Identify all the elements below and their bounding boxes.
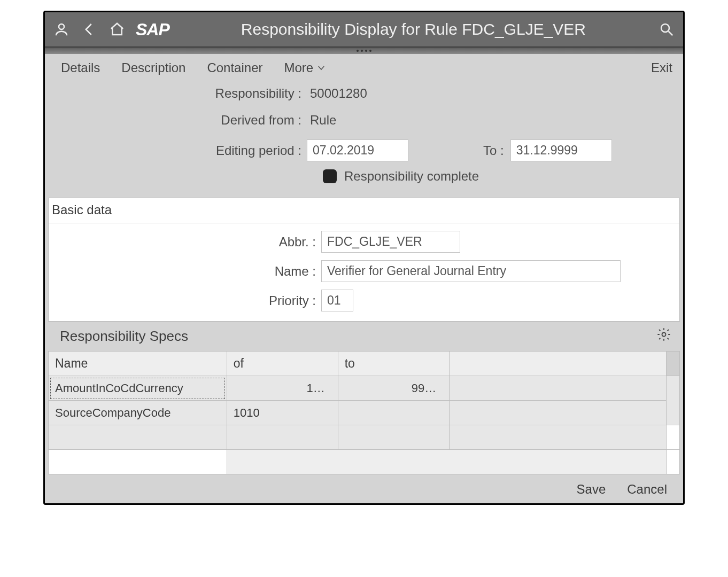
menu-container[interactable]: Container xyxy=(207,60,262,75)
derived-from-label: Derived from : xyxy=(56,113,307,128)
col-to[interactable]: to xyxy=(338,352,450,376)
specs-table: Name of to AmountInCoCdCurrency 1… 99… S… xyxy=(48,351,680,474)
menubar: Details Description Container More Exit xyxy=(45,54,683,81)
cell-of[interactable]: 1… xyxy=(227,376,338,401)
responsibility-complete-label: Responsibility complete xyxy=(344,169,479,184)
svg-point-1 xyxy=(661,24,669,32)
app-window: SAP Responsibility Display for Rule FDC_… xyxy=(43,11,685,505)
save-button[interactable]: Save xyxy=(577,482,606,497)
menu-more-label: More xyxy=(284,60,313,75)
menu-details[interactable]: Details xyxy=(61,60,100,75)
drag-handle[interactable] xyxy=(45,48,683,54)
cell-to[interactable] xyxy=(338,401,450,425)
priority-field[interactable]: 01 xyxy=(321,290,353,311)
col-of[interactable]: of xyxy=(227,352,338,376)
user-icon[interactable] xyxy=(52,20,71,38)
name-field[interactable]: Verifier for General Journal Entry xyxy=(321,260,621,282)
table-row-spacer xyxy=(49,450,680,474)
cell-name[interactable] xyxy=(49,425,227,450)
col-blank xyxy=(450,352,667,376)
editing-period-label: Editing period : xyxy=(56,143,307,158)
cell-name[interactable]: SourceCompanyCode xyxy=(49,401,227,425)
titlebar: SAP Responsibility Display for Rule FDC_… xyxy=(45,12,683,48)
svg-point-0 xyxy=(59,24,64,29)
priority-label: Priority : xyxy=(49,293,321,308)
editing-period-to-label: To : xyxy=(408,143,510,158)
search-icon[interactable] xyxy=(657,20,676,38)
home-icon[interactable] xyxy=(108,20,126,38)
cell-blank xyxy=(450,425,667,450)
scrollbar-track[interactable] xyxy=(666,425,679,450)
cell-to[interactable]: 99… xyxy=(338,376,450,401)
abbr-field[interactable]: FDC_GLJE_VER xyxy=(321,231,460,253)
editing-period-from[interactable]: 07.02.2019 xyxy=(307,139,408,161)
page-title: Responsibility Display for Rule FDC_GLJE… xyxy=(179,20,648,38)
table-row[interactable] xyxy=(49,425,680,450)
scrollbar-track-head xyxy=(666,352,679,376)
cell-name[interactable]: AmountInCoCdCurrency xyxy=(49,376,227,401)
responsibility-complete-checkbox[interactable] xyxy=(323,169,337,183)
cell-of[interactable] xyxy=(227,425,338,450)
derived-from-value: Rule xyxy=(307,113,336,128)
scrollbar-thumb[interactable] xyxy=(666,376,679,425)
specs-header: Responsibility Specs xyxy=(48,322,680,351)
header-form: Responsibility : 50001280 Derived from :… xyxy=(45,81,683,190)
menu-more[interactable]: More xyxy=(284,60,326,75)
responsibility-label: Responsibility : xyxy=(56,86,307,101)
cancel-button[interactable]: Cancel xyxy=(627,482,667,497)
table-row[interactable]: SourceCompanyCode 1010 xyxy=(49,401,680,425)
gear-icon[interactable] xyxy=(656,327,671,346)
menu-exit[interactable]: Exit xyxy=(651,60,672,75)
abbr-label: Abbr. : xyxy=(49,235,321,249)
basic-data-title: Basic data xyxy=(49,198,679,223)
specs-title: Responsibility Specs xyxy=(60,328,188,345)
col-name[interactable]: Name xyxy=(49,352,227,376)
name-label: Name : xyxy=(49,264,321,279)
menu-description[interactable]: Description xyxy=(121,60,185,75)
basic-data-panel: Basic data Abbr. : FDC_GLJE_VER Name : V… xyxy=(48,198,680,322)
cell-blank xyxy=(450,376,667,401)
sap-logo: SAP xyxy=(136,20,169,40)
chevron-down-icon xyxy=(316,63,326,73)
table-header-row: Name of to xyxy=(49,352,680,376)
cell-to[interactable] xyxy=(338,425,450,450)
cell-blank xyxy=(450,401,667,425)
svg-point-2 xyxy=(662,333,666,337)
cell-of[interactable]: 1010 xyxy=(227,401,338,425)
back-icon[interactable] xyxy=(80,20,98,38)
table-row[interactable]: AmountInCoCdCurrency 1… 99… xyxy=(49,376,680,401)
footer: Save Cancel xyxy=(45,474,683,503)
responsibility-value: 50001280 xyxy=(307,86,367,101)
editing-period-to[interactable]: 31.12.9999 xyxy=(510,139,612,161)
